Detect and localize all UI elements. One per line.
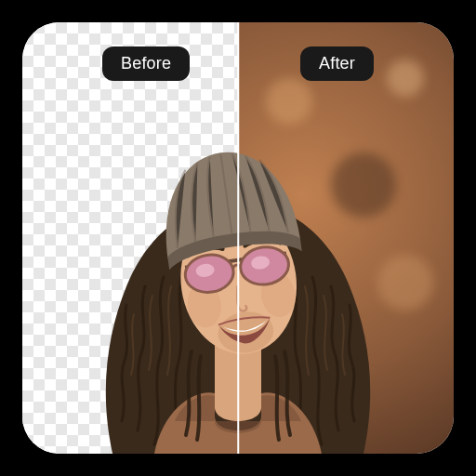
after-label-badge: After: [300, 46, 374, 81]
before-label-badge: Before: [102, 46, 190, 81]
bokeh-spot: [387, 60, 424, 97]
app-frame: Before After: [7, 7, 469, 469]
before-after-comparison: Before After: [22, 22, 454, 454]
split-divider: [237, 22, 239, 454]
